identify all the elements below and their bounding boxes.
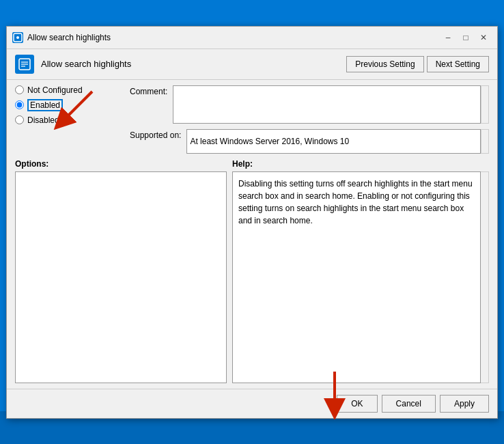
options-panel: Options: bbox=[15, 159, 227, 383]
not-configured-option[interactable]: Not Configured bbox=[15, 85, 124, 95]
help-text: Disabling this setting turns off search … bbox=[232, 171, 481, 383]
enabled-option[interactable]: Enabled bbox=[15, 99, 124, 111]
help-box-wrap: Disabling this setting turns off search … bbox=[232, 171, 489, 383]
disabled-label: Disabled bbox=[27, 115, 59, 125]
disabled-radio[interactable] bbox=[15, 115, 24, 124]
previous-setting-button[interactable]: Previous Setting bbox=[346, 56, 423, 72]
comment-scrollbar[interactable] bbox=[481, 85, 489, 124]
not-configured-radio[interactable] bbox=[15, 85, 24, 94]
comment-row: Comment: bbox=[130, 85, 489, 124]
minimize-button[interactable]: – bbox=[440, 31, 456, 44]
cancel-button[interactable]: Cancel bbox=[382, 395, 436, 413]
main-content: Not Configured Enabled Disabled Comment: bbox=[7, 80, 497, 159]
options-label: Options: bbox=[15, 159, 227, 169]
options-box bbox=[15, 171, 227, 383]
enabled-radio[interactable] bbox=[15, 100, 24, 109]
title-bar: Allow search highlights – □ ✕ bbox=[7, 27, 497, 49]
left-panel: Not Configured Enabled Disabled bbox=[15, 85, 124, 154]
window-controls: – □ ✕ bbox=[440, 31, 492, 44]
disabled-option[interactable]: Disabled bbox=[15, 115, 124, 125]
right-panel: Comment: Supported on: At least Windows … bbox=[130, 85, 489, 154]
supported-text: At least Windows Server 2016, Windows 10 bbox=[186, 129, 481, 154]
dialog-icon bbox=[12, 32, 23, 43]
comment-textarea[interactable] bbox=[173, 85, 481, 124]
help-panel: Help: Disabling this setting turns off s… bbox=[232, 159, 489, 383]
help-scrollbar[interactable] bbox=[481, 171, 489, 383]
enabled-label: Enabled bbox=[27, 99, 63, 111]
ok-button[interactable]: OK bbox=[337, 395, 377, 413]
header-row: Allow search highlights Previous Setting… bbox=[7, 49, 497, 80]
bottom-section: Options: Help: Disabling this setting tu… bbox=[7, 159, 497, 389]
radio-group: Not Configured Enabled Disabled bbox=[15, 85, 124, 125]
apply-button[interactable]: Apply bbox=[440, 395, 489, 413]
dialog-title: Allow search highlights bbox=[27, 33, 436, 42]
supported-label: Supported on: bbox=[130, 129, 181, 140]
policy-dialog: Allow search highlights – □ ✕ Allow sear… bbox=[6, 26, 498, 419]
help-label: Help: bbox=[232, 159, 489, 169]
maximize-button[interactable]: □ bbox=[458, 31, 474, 44]
close-button[interactable]: ✕ bbox=[475, 31, 492, 44]
comment-label: Comment: bbox=[130, 85, 167, 124]
supported-row: Supported on: At least Windows Server 20… bbox=[130, 129, 489, 154]
policy-icon bbox=[15, 55, 34, 74]
next-setting-button[interactable]: Next Setting bbox=[427, 56, 489, 72]
not-configured-label: Not Configured bbox=[27, 85, 83, 95]
footer: OK Cancel Apply bbox=[7, 389, 497, 418]
nav-buttons: Previous Setting Next Setting bbox=[346, 56, 489, 72]
svg-point-1 bbox=[16, 36, 19, 39]
supported-scrollbar[interactable] bbox=[481, 129, 489, 154]
header-title: Allow search highlights bbox=[41, 59, 346, 69]
